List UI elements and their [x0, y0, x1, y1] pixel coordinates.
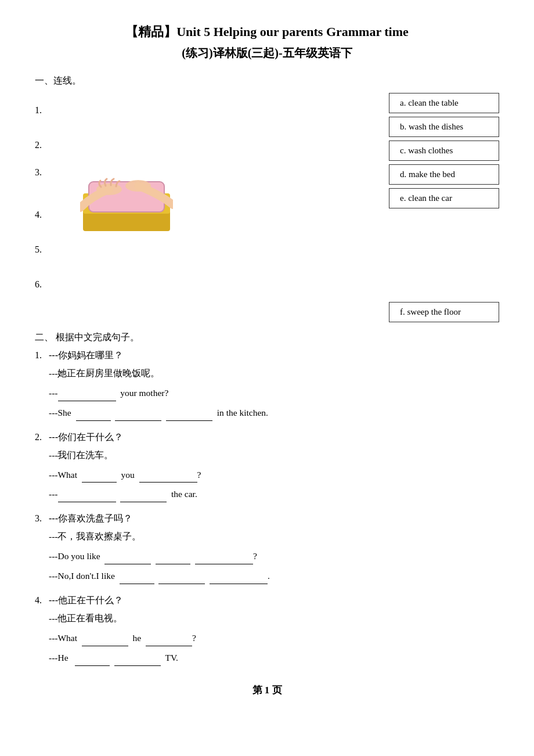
q2-chinese-1: ---你们在干什么？	[49, 432, 123, 442]
main-title: 【精品】Unit 5 Helping our parents Grammar t…	[35, 23, 499, 41]
q4-chinese-1: ---他正在干什么？	[49, 595, 123, 605]
section2: 二、 根据中文完成句子。 1. ---你妈妈在哪里？ ---她正在厨房里做晚饭呢…	[35, 332, 499, 666]
q2-num: 2.	[35, 432, 46, 442]
blank[interactable]	[76, 411, 111, 421]
q4-line3: ---What he ?	[49, 630, 499, 646]
list-item: 1.	[35, 93, 209, 128]
item-num: 2.	[35, 140, 42, 150]
item-num: 5.	[35, 244, 42, 255]
answer-box-a: a. clean the table	[389, 93, 499, 113]
question-2: 2. ---你们在干什么？ ---我们在洗车。 ---What you ? --…	[35, 431, 499, 503]
page-number: 第 1 页	[252, 685, 282, 696]
answer-box-b: b. wash the dishes	[389, 117, 499, 137]
left-items-col: 1. 2. 3.	[35, 93, 209, 314]
q1-line2: ---她正在厨房里做晚饭呢。	[49, 365, 499, 381]
blank[interactable]	[139, 472, 197, 483]
question-3: 3. ---你喜欢洗盘子吗？ ---不，我喜欢擦桌子。 ---Do you li…	[35, 513, 499, 584]
q4-num: 4.	[35, 595, 46, 605]
blank[interactable]	[82, 472, 117, 483]
blank[interactable]	[82, 636, 128, 646]
blank[interactable]	[156, 554, 190, 564]
q4-line2: ---他正在看电视。	[49, 610, 499, 627]
bed-illustration	[80, 173, 173, 231]
q1-num: 1.	[35, 350, 46, 360]
q1-chinese-1: ---你妈妈在哪里？	[49, 350, 123, 360]
list-item: 6.	[35, 267, 209, 302]
title-area: 【精品】Unit 5 Helping our parents Grammar t…	[35, 23, 499, 61]
right-boxes-col: a. clean the table b. wash the dishes c.…	[389, 93, 499, 208]
blank[interactable]	[120, 574, 154, 584]
answer-box-e: e. clean the car	[389, 188, 499, 208]
q3-num: 3.	[35, 513, 46, 523]
list-item: 3.	[35, 163, 209, 197]
item-num: 4.	[35, 210, 42, 220]
question-4: 4. ---他正在干什么？ ---他正在看电视。 ---What he ? --…	[35, 595, 499, 666]
blank[interactable]	[115, 411, 161, 421]
blank[interactable]	[166, 411, 212, 421]
q3-chinese-1: ---你喜欢洗盘子吗？	[49, 513, 132, 523]
sub-title: (练习)译林版(三起)-五年级英语下	[35, 45, 499, 61]
blank[interactable]	[114, 656, 161, 666]
blank[interactable]	[120, 492, 167, 502]
list-item: 5.	[35, 232, 209, 267]
q3-line3: ---Do you like ?	[49, 548, 499, 564]
q2-line2: ---我们在洗车。	[49, 447, 499, 463]
blank[interactable]	[146, 636, 192, 646]
section1-label: 一、连线。	[35, 75, 499, 87]
q1-line4: ---She in the kitchen.	[49, 405, 499, 421]
question-1: 1. ---你妈妈在哪里？ ---她正在厨房里做晚饭呢。 --- your mo…	[35, 350, 499, 421]
q3-line2: ---不，我喜欢擦桌子。	[49, 528, 499, 545]
q1-line3: --- your mother?	[49, 385, 499, 401]
answer-box-d: d. make the bed	[389, 164, 499, 185]
item-num: 1.	[35, 105, 42, 116]
blank[interactable]	[58, 391, 116, 401]
blank[interactable]	[158, 574, 205, 584]
blank[interactable]	[58, 492, 116, 502]
page-footer: 第 1 页	[35, 683, 499, 697]
section1: 一、连线。 1. 2. 3.	[35, 75, 499, 322]
q4-line4: ---He TV.	[49, 650, 499, 666]
connect-area: 1. 2. 3.	[35, 93, 499, 314]
item-num: 3.	[35, 167, 42, 178]
answer-box-c: c. wash clothes	[389, 141, 499, 161]
list-item: 2.	[35, 128, 209, 163]
q2-line3: ---What you ?	[49, 467, 499, 483]
q2-line4: --- the car.	[49, 486, 499, 502]
section2-label: 二、 根据中文完成句子。	[35, 332, 499, 344]
q3-line4: ---No,I don't.I like .	[49, 568, 499, 584]
blank[interactable]	[75, 656, 110, 666]
blank[interactable]	[104, 554, 151, 564]
item-num: 6.	[35, 279, 42, 290]
blank[interactable]	[195, 554, 253, 564]
blank[interactable]	[210, 574, 268, 584]
